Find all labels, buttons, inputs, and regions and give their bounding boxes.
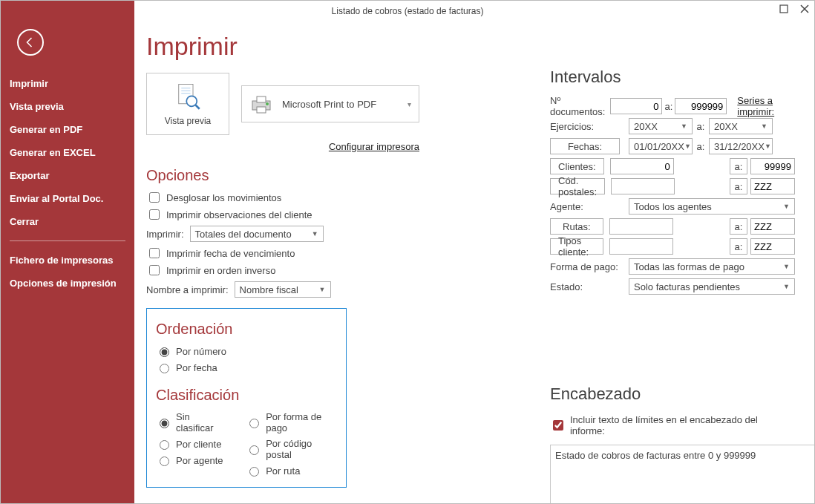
agente-drop[interactable]: Todos los agentes▼: [629, 198, 795, 215]
chevron-down-icon: ▼: [765, 143, 771, 150]
a-button-label: a:: [735, 181, 743, 192]
sidebar-item-generar-excel[interactable]: Generar en EXCEL: [10, 141, 125, 164]
a-button[interactable]: a:: [730, 238, 747, 255]
fechas-button-label: Fechas:: [568, 141, 602, 152]
a-button[interactable]: a:: [730, 178, 747, 194]
agente-label: Agente:: [550, 201, 629, 212]
a-label: a:: [693, 141, 709, 152]
sidebar-item-imprimir[interactable]: Imprimir: [10, 72, 125, 95]
a-label: a:: [662, 101, 675, 112]
radio-por-numero-label: Por número: [176, 346, 226, 357]
radio-por-fecha[interactable]: Por fecha: [156, 361, 337, 373]
radio-sin-clasificar[interactable]: Sin clasificar: [156, 411, 223, 433]
radio-por-forma-pago[interactable]: Por forma de pago: [246, 411, 337, 433]
fecha-to-drop[interactable]: 31/12/20XX▼: [709, 138, 773, 154]
check-observaciones-label: Imprimir observaciones del cliente: [166, 209, 312, 220]
sidebar-item-opciones-impresion[interactable]: Opciones de impresión: [10, 272, 125, 295]
imprimir-combo[interactable]: Totales del documento▼: [190, 226, 324, 242]
radio-por-numero[interactable]: Por número: [156, 345, 337, 357]
check-incluir-texto-limites[interactable]: Incluir texto de límites en el encabezad…: [550, 414, 795, 436]
fecha-from-value: 01/01/20XX: [634, 141, 684, 152]
back-button[interactable]: [17, 29, 44, 56]
printer-selector[interactable]: Microsoft Print to PDF ▾: [241, 85, 419, 122]
ndoc-from-input[interactable]: [610, 98, 662, 114]
section-intervals: Intervalos: [550, 68, 795, 87]
svg-rect-11: [257, 107, 266, 113]
sidebar-item-cerrar[interactable]: Cerrar: [10, 210, 125, 233]
chevron-down-icon: ▼: [783, 283, 790, 290]
clientes-button[interactable]: Clientes:: [550, 158, 604, 174]
section-header: Encabezado: [550, 384, 795, 404]
ruta-from-input[interactable]: [609, 218, 673, 235]
check-incluir-texto-limites-label: Incluir texto de límites en el encabezad…: [570, 414, 795, 436]
rutas-button-label: Rutas:: [563, 221, 591, 232]
series-link[interactable]: Series a imprimir:: [737, 95, 795, 117]
chevron-down-icon: ▼: [783, 263, 790, 270]
clientes-button-label: Clientes:: [558, 161, 596, 172]
radio-por-fecha-label: Por fecha: [176, 362, 217, 373]
estado-drop[interactable]: Solo facturas pendientes▼: [629, 278, 795, 295]
radio-por-codigo-postal[interactable]: Por código postal: [246, 438, 337, 460]
chevron-down-icon: ▼: [315, 286, 326, 293]
rutas-button[interactable]: Rutas:: [550, 218, 603, 235]
section-classif: Clasificación: [156, 387, 337, 404]
estado-label: Estado:: [550, 281, 629, 292]
ejer-from-drop[interactable]: 20XX▼: [629, 118, 693, 134]
a-label: a:: [693, 121, 709, 132]
ndoc-label: Nº documentos:: [550, 95, 610, 117]
radio-por-agente-label: Por agente: [176, 455, 223, 466]
agente-value: Todos los agentes: [634, 201, 712, 212]
radio-por-agente[interactable]: Por agente: [156, 454, 223, 466]
forma-drop[interactable]: Todas las formas de pago▼: [629, 258, 795, 275]
cliente-from-input[interactable]: [610, 158, 674, 174]
ejer-to-drop[interactable]: 20XX▼: [709, 118, 773, 134]
a-button[interactable]: a:: [730, 218, 747, 235]
header-textarea[interactable]: [550, 445, 815, 504]
nombre-imprimir-label: Nombre a imprimir:: [146, 284, 229, 295]
sidebar-item-enviar-portal[interactable]: Enviar al Portal Doc.: [10, 187, 125, 210]
estado-value: Solo facturas pendientes: [634, 281, 740, 292]
radio-por-forma-pago-label: Por forma de pago: [266, 411, 337, 433]
cp-from-input[interactable]: [611, 178, 675, 194]
sidebar-item-generar-pdf[interactable]: Generar en PDF: [10, 118, 125, 141]
imprimir-label: Imprimir:: [146, 229, 184, 240]
tipo-from-input[interactable]: [609, 238, 673, 255]
radio-por-ruta[interactable]: Por ruta: [246, 465, 337, 477]
chevron-down-icon: ▼: [783, 203, 790, 210]
nombre-imprimir-combo[interactable]: Nombre fiscal▼: [235, 281, 331, 298]
printer-name: Microsoft Print to PDF: [282, 99, 376, 110]
tipos-button[interactable]: Tipos cliente:: [550, 238, 603, 255]
check-orden-inv-label: Imprimir en orden inverso: [166, 265, 275, 276]
svg-point-7: [186, 96, 197, 106]
ejer-label: Ejercicios:: [550, 121, 629, 132]
a-button[interactable]: a:: [730, 158, 747, 174]
document-search-icon: [172, 82, 203, 113]
imprimir-combo-value: Totales del documento: [195, 229, 292, 240]
ejer-from-value: 20XX: [634, 121, 658, 132]
fecha-from-drop[interactable]: 01/01/20XX▼: [629, 138, 693, 154]
cp-button-label: Cód. postales:: [558, 175, 597, 197]
fecha-to-value: 31/12/20XX: [714, 141, 765, 152]
configure-printer-link[interactable]: Configurar impresora: [146, 141, 419, 152]
ruta-to-input[interactable]: [750, 218, 795, 235]
a-button-label: a:: [734, 221, 742, 232]
a-button-label: a:: [734, 241, 742, 252]
svg-rect-10: [257, 96, 266, 102]
ndoc-to-input[interactable]: [675, 98, 727, 114]
svg-line-8: [196, 105, 200, 109]
chevron-down-icon: ▾: [408, 100, 411, 108]
sidebar-item-fichero[interactable]: Fichero de impresoras: [10, 249, 125, 272]
sidebar: Imprimir Vista previa Generar en PDF Gen…: [1, 1, 134, 503]
sidebar-item-vista-previa[interactable]: Vista previa: [10, 95, 125, 118]
tipo-to-input[interactable]: [750, 238, 795, 255]
preview-button[interactable]: Vista previa: [146, 73, 229, 135]
cp-to-input[interactable]: [750, 178, 795, 194]
check-fecha-venc-label: Imprimir fecha de vencimiento: [166, 248, 295, 259]
page-title: Imprimir: [146, 32, 795, 61]
sidebar-item-exportar[interactable]: Exportar: [10, 164, 125, 187]
radio-por-cliente[interactable]: Por cliente: [156, 438, 223, 450]
fechas-button[interactable]: Fechas:: [550, 138, 620, 154]
cp-button[interactable]: Cód. postales:: [550, 178, 605, 194]
cliente-to-input[interactable]: [750, 158, 795, 174]
nombre-imprimir-value: Nombre fiscal: [240, 284, 298, 295]
